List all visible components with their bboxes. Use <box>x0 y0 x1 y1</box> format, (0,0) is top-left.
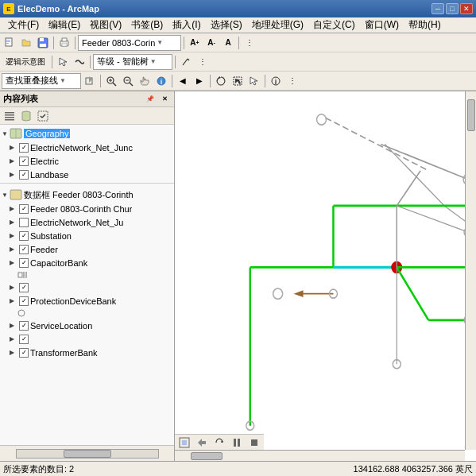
minimize-button[interactable]: ─ <box>431 3 444 14</box>
svg-rect-25 <box>5 112 14 114</box>
more-tools-button[interactable]: ⋮ <box>242 35 257 51</box>
zoom-in-button[interactable]: A+ <box>187 35 203 51</box>
toc-group-feeder-header[interactable]: ▼ 数据框 Feeder 0803-Corinth <box>0 188 174 202</box>
feeder-dropdown-arrow: ▼ <box>157 39 163 46</box>
close-button[interactable]: ✕ <box>460 3 473 14</box>
toc-item-capacitorbank-symbol <box>0 269 174 281</box>
toc-item-electric[interactable]: ▶ Electric <box>0 154 174 168</box>
cb-electricnetwork-ju[interactable] <box>19 218 29 227</box>
cb-secondaryline[interactable] <box>19 335 29 344</box>
zoom-out-button[interactable]: A- <box>203 35 219 51</box>
map-horizontal-scrollbar[interactable] <box>175 450 465 461</box>
edit-btn2[interactable] <box>178 54 194 70</box>
cb-feeder-church[interactable] <box>19 204 29 214</box>
more-btn2[interactable]: ⋮ <box>195 54 211 70</box>
select-tool[interactable] <box>55 54 71 70</box>
overlap-dropdown-label: 查找重叠接线 <box>6 75 58 87</box>
cb-protectiondevicebank[interactable] <box>19 283 29 292</box>
toc-selection-btn[interactable] <box>35 108 51 124</box>
svg-line-18 <box>130 83 133 86</box>
menu-customize[interactable]: 自定义(C) <box>308 17 360 33</box>
toc-item-landbase[interactable]: ▶ Landbase <box>0 168 174 181</box>
arrow-tool-btn[interactable] <box>246 73 262 89</box>
toolbar-row-3: 查找重叠接线 ▼ i ◀ ▶ <box>0 72 476 91</box>
refresh-btn[interactable] <box>213 73 229 89</box>
menu-help[interactable]: 帮助(H) <box>404 17 446 33</box>
cb-substation[interactable] <box>19 231 29 241</box>
toc-item-substation[interactable]: ▶ Substation <box>0 229 174 242</box>
toc-horizontal-scrollbar[interactable] <box>16 449 159 459</box>
cb-landbase[interactable] <box>19 170 29 180</box>
cb-transformerbank[interactable] <box>19 321 29 331</box>
overlap-go-btn[interactable] <box>82 73 98 89</box>
cb-primaryline[interactable] <box>19 348 29 358</box>
cb-capacitorbank[interactable] <box>19 258 29 268</box>
save-button[interactable] <box>35 35 51 51</box>
zoom-out-map-btn[interactable] <box>120 73 136 89</box>
map-stop-btn[interactable] <box>246 435 262 451</box>
toc-list-btn[interactable] <box>2 108 17 124</box>
svg-line-14 <box>113 83 116 86</box>
map-pause-btn[interactable] <box>229 435 245 451</box>
level-dropdown[interactable]: 等级 - 智能树 ▼ <box>93 54 172 70</box>
toc-item-protectiondevicebank[interactable]: ▶ <box>0 281 174 294</box>
overlap-dropdown[interactable]: 查找重叠接线 ▼ <box>2 73 81 89</box>
svg-rect-6 <box>40 44 46 47</box>
map-zoom-back-btn[interactable] <box>194 435 210 451</box>
menu-window[interactable]: 窗口(W) <box>360 17 404 33</box>
menu-geoprocessing[interactable]: 地理处理(G) <box>247 17 308 33</box>
svg-rect-70 <box>238 439 240 447</box>
toc-source-btn[interactable] <box>18 108 34 124</box>
map-vertical-scrollbar[interactable] <box>465 91 476 450</box>
feeder-dropdown[interactable]: Feeder 0803-Corin ▼ <box>78 35 181 51</box>
menu-select[interactable]: 选择(S) <box>206 17 247 33</box>
toc-item-electricnetwork-junc[interactable]: ▶ ElectricNetwork_Net_Junc <box>0 141 174 154</box>
cb-servicelocation[interactable] <box>19 296 29 306</box>
status-selected-count: 所选要素的数目: 2 <box>3 463 347 475</box>
info-btn[interactable]: i <box>268 73 284 89</box>
separator-11 <box>265 75 265 87</box>
maximize-button[interactable]: □ <box>446 3 459 14</box>
new-button[interactable] <box>2 35 17 51</box>
identify-btn[interactable]: i <box>153 73 169 89</box>
hand-tool-btn[interactable] <box>137 73 153 89</box>
toc-item-feeder-church[interactable]: ▶ Feeder 0803-Corinth Chur <box>0 202 174 215</box>
toc-close-icon[interactable]: ✕ <box>158 94 171 105</box>
cb-feeder-layer[interactable] <box>19 245 29 254</box>
toc-item-secondaryline[interactable]: ▶ <box>0 332 174 346</box>
toc-item-transformerbank[interactable]: ▶ ServiceLocation <box>0 319 174 332</box>
toc-dock-icon[interactable]: 📌 <box>144 94 157 105</box>
font-button[interactable]: A <box>220 35 236 51</box>
logic-diagram-btn[interactable]: 逻辑示意图 <box>2 54 49 70</box>
menu-file[interactable]: 文件(F) <box>3 17 44 33</box>
menu-view[interactable]: 视图(V) <box>85 17 126 33</box>
map-extent-btn[interactable] <box>176 435 192 451</box>
trace-tool[interactable] <box>72 54 87 70</box>
overlap-dropdown-arrow: ▼ <box>60 77 66 84</box>
toc-item-servicelocation[interactable]: ▶ ProtectionDeviceBank <box>0 294 174 308</box>
map-area[interactable] <box>175 91 476 461</box>
title-bar: E ElecDemo - ArcMap ─ □ ✕ <box>0 0 476 17</box>
toc-spacer <box>0 183 174 186</box>
cb-electric[interactable] <box>19 157 29 166</box>
extent-next-btn[interactable]: ▶ <box>192 73 207 89</box>
select-btn[interactable] <box>230 73 246 89</box>
toc-item-feeder-layer[interactable]: ▶ Feeder <box>0 242 174 256</box>
toc-item-primaryline[interactable]: ▶ TransformerBank <box>0 346 174 359</box>
extent-prev-btn[interactable]: ◀ <box>175 73 191 89</box>
menu-bookmark[interactable]: 书签(B) <box>126 17 168 33</box>
menu-edit[interactable]: 编辑(E) <box>44 17 85 33</box>
menu-insert[interactable]: 插入(I) <box>168 17 205 33</box>
toc-bottom-scroll <box>0 445 174 461</box>
toc-group-geography-header[interactable]: ▼ Geography <box>0 126 174 141</box>
toc-item-electricnetwork-ju[interactable]: ▶ ElectricNetwork_Net_Ju <box>0 215 174 229</box>
zoom-full-btn[interactable] <box>103 73 119 89</box>
print-button[interactable] <box>56 35 72 51</box>
toolbar-row-2: 逻辑示意图 等级 - 智能树 ▼ ⋮ <box>0 52 476 72</box>
toc-item-capacitorbank[interactable]: ▶ CapacitorBank <box>0 256 174 269</box>
map-refresh-btn[interactable] <box>211 435 227 451</box>
cb-electricnetwork-junc[interactable] <box>19 143 29 153</box>
svg-rect-34 <box>10 190 21 199</box>
more-btn3[interactable]: ⋮ <box>284 73 300 89</box>
open-button[interactable] <box>18 35 34 51</box>
